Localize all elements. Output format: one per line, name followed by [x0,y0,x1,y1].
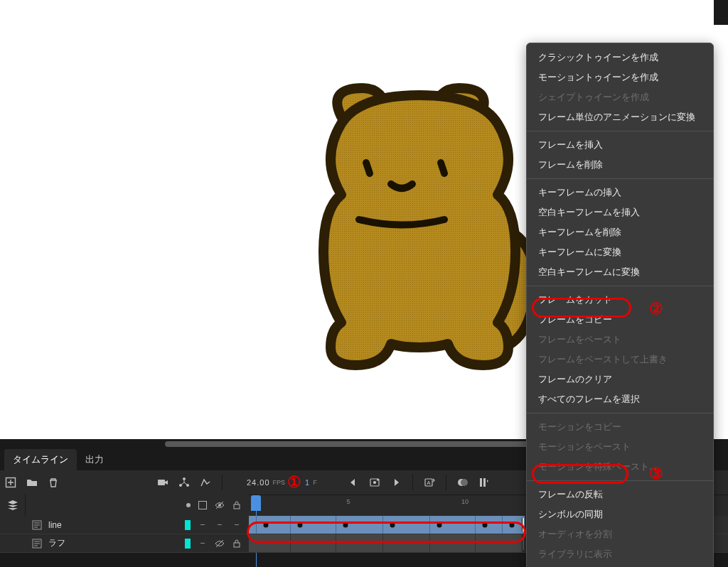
menu-item[interactable]: 空白キーフレームに変換 [527,262,713,282]
camera-button[interactable] [154,473,172,492]
menu-item[interactable]: キーフレームを削除 [527,222,713,242]
lock-column-icon [232,500,242,510]
svg-rect-15 [199,502,207,509]
svg-rect-3 [158,480,165,485]
menu-item: フレームをペースト [527,330,713,350]
menu-item: シェイプトゥイーンを作成 [527,87,713,107]
svg-point-8 [373,482,375,484]
tab-output[interactable]: 出力 [77,449,112,470]
add-folder-button[interactable] [23,473,41,492]
canvas-topbar-stub [714,0,728,25]
layer-highlight-color[interactable] [185,539,191,549]
layer-depth-button[interactable] [196,473,215,492]
scrollbar-thumb[interactable] [165,441,549,447]
tab-timeline[interactable]: タイムライン [4,449,77,470]
layer-highlight-color[interactable] [185,520,191,530]
menu-item: モーションをコピー [527,417,713,437]
menu-item[interactable]: フレームをコピー [527,310,713,330]
svg-point-12 [461,479,468,486]
fps-value[interactable]: 24.00 [247,478,270,487]
prev-keyframe-button[interactable] [344,473,363,492]
highlight-column-icon [186,503,191,507]
layer-lock-toggle[interactable] [232,539,242,549]
menu-item[interactable]: フレームをカット [527,290,713,310]
svg-rect-14 [483,478,486,487]
menu-separator [527,286,713,286]
menu-item[interactable]: モーショントゥイーンを作成 [527,68,713,87]
menu-item: ライブラリに表示 [527,544,713,564]
outline-column-icon [198,500,208,510]
menu-separator [527,480,713,481]
layer-outline-toggle[interactable] [198,520,208,530]
layer-lock-toggle[interactable] [232,520,242,530]
svg-rect-13 [480,478,482,487]
menu-item[interactable]: 空白キーフレームを挿入 [527,202,713,222]
playhead[interactable] [256,495,261,511]
next-keyframe-button[interactable] [387,473,405,492]
layer-name-label[interactable]: line [48,520,62,530]
layer-controls-header [168,495,249,516]
layer-visibility-toggle[interactable] [215,520,225,530]
svg-rect-17 [234,504,240,509]
menu-item[interactable]: フレーム単位のアニメーションに変換 [527,107,713,127]
menu-item[interactable]: クラシックトゥイーンを作成 [527,48,713,68]
layer-type-icon [31,538,43,549]
insert-keyframe-button[interactable] [365,473,384,492]
stage-artwork-squirrel [299,81,540,375]
layer-parenting-button[interactable] [175,473,193,492]
menu-item[interactable]: フレームのクリア [527,369,713,389]
menu-item[interactable]: シンボルの同期 [527,504,713,524]
ruler-mark: 5 [346,498,350,505]
keyframe-options-button[interactable]: A [420,473,439,492]
menu-item[interactable]: キーフレームに変換 [527,242,713,262]
layer-outline-toggle[interactable] [198,539,208,549]
edit-multiple-frames-button[interactable] [475,473,493,492]
menu-item[interactable]: フレームを削除 [527,155,713,175]
svg-point-4 [183,477,186,480]
visibility-column-icon [215,500,225,510]
add-layer-button[interactable] [1,473,20,492]
frame-label: F [313,479,317,486]
menu-item: モーションをペースト [527,437,713,457]
menu-item[interactable]: フレームの反転 [527,485,713,504]
menu-item: モーションを特殊ペースト... [527,457,713,477]
ruler-mark: 10 [461,498,469,505]
menu-item: オーディオを分割 [527,524,713,544]
svg-text:A: A [427,480,431,486]
timeline-context-menu: クラシックトゥイーンを作成モーショントゥイーンを作成シェイプトゥイーンを作成フレ… [526,43,714,567]
onion-skin-button[interactable] [454,473,472,492]
menu-item[interactable]: キーフレームの挿入 [527,183,713,202]
layer-visibility-toggle[interactable] [215,539,225,549]
menu-item: フレームをペーストして上書き [527,350,713,369]
menu-item[interactable]: フレームを挿入 [527,135,713,155]
fps-label: FPS [273,479,286,486]
menu-separator [527,413,713,414]
menu-item[interactable]: すべてのフレームを選択 [527,389,713,409]
current-frame-number[interactable]: 1 [305,478,310,487]
menu-separator [527,178,713,179]
menu-separator [527,131,713,131]
layer-type-icon [31,519,43,531]
layer-name-label[interactable]: ラフ [48,537,65,549]
svg-rect-20 [234,543,240,547]
delete-layer-button[interactable] [44,473,63,492]
layers-view-icon[interactable] [0,495,26,516]
